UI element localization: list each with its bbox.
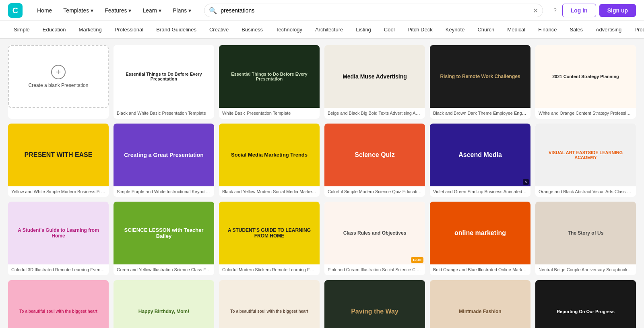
template-card[interactable]: online marketing ♡ ⋯ Bold Orange and Blu… bbox=[430, 202, 530, 275]
canva-logo[interactable]: C bbox=[8, 3, 23, 18]
more-button[interactable]: ⋯ bbox=[96, 283, 106, 293]
heart-button[interactable]: ♡ bbox=[506, 283, 516, 293]
heart-button[interactable]: ♡ bbox=[84, 126, 94, 136]
more-button[interactable]: ⋯ bbox=[307, 126, 317, 136]
filter-pitch-deck[interactable]: Pitch Deck bbox=[402, 25, 438, 34]
more-button[interactable]: ⋯ bbox=[201, 126, 212, 136]
more-button[interactable]: ⋯ bbox=[518, 126, 528, 136]
heart-button[interactable]: ♡ bbox=[84, 283, 94, 293]
more-button[interactable]: ⋯ bbox=[307, 283, 317, 293]
filter-marketing[interactable]: Marketing bbox=[73, 25, 107, 34]
template-card[interactable]: 2021 Content Strategy Planning ♡ ⋯ White… bbox=[535, 45, 636, 119]
more-button[interactable]: ⋯ bbox=[307, 204, 317, 215]
heart-button[interactable]: ♡ bbox=[189, 47, 200, 58]
template-card[interactable]: Happy Birthday, Mom! ♡ ⋯ Green and Cream… bbox=[114, 280, 214, 328]
heart-button[interactable]: ♡ bbox=[295, 47, 305, 58]
filter-listing[interactable]: Listing bbox=[350, 25, 377, 34]
template-card[interactable]: Reporting On Our Progress ♡ ⋯ Black and … bbox=[535, 280, 636, 328]
template-card[interactable]: Rising to Remote Work Challenges ♡ ⋯ Bla… bbox=[430, 45, 530, 119]
filter-cool[interactable]: Cool bbox=[378, 25, 400, 34]
heart-button[interactable]: ♡ bbox=[506, 204, 516, 215]
more-button[interactable]: ⋯ bbox=[518, 283, 528, 293]
more-button[interactable]: ⋯ bbox=[201, 204, 212, 215]
filter-advertising[interactable]: Advertising bbox=[590, 25, 627, 34]
template-card[interactable]: Science Quiz ♡ ⋯ Colorful Simple Modern … bbox=[324, 124, 425, 197]
template-card[interactable]: Media Muse Advertising ♡ ⋯ Beige and Bla… bbox=[324, 45, 425, 119]
heart-button[interactable]: ♡ bbox=[611, 47, 621, 58]
signup-button[interactable]: Sign up bbox=[599, 4, 636, 17]
heart-button[interactable]: ♡ bbox=[189, 126, 200, 136]
more-button[interactable]: ⋯ bbox=[623, 204, 634, 215]
more-button[interactable]: ⋯ bbox=[412, 126, 423, 136]
nav-features[interactable]: Features ▾ bbox=[100, 5, 136, 16]
template-card[interactable]: Mintmade Fashion ♡ ⋯ Brown and Orange Ne… bbox=[430, 280, 530, 328]
template-card[interactable]: PRESENT WITH EASE ♡ ⋯ Yellow and White S… bbox=[8, 124, 109, 197]
heart-button[interactable]: ♡ bbox=[295, 283, 305, 293]
more-button[interactable]: ⋯ bbox=[412, 204, 423, 215]
heart-button[interactable]: ♡ bbox=[400, 47, 411, 58]
heart-button[interactable]: ♡ bbox=[189, 204, 200, 215]
filter-keynote[interactable]: Keynote bbox=[440, 25, 471, 34]
template-card[interactable]: VISUAL ART EASTSIDE LEARNING ACADEMY ♡ ⋯… bbox=[535, 124, 636, 197]
more-button[interactable]: ⋯ bbox=[518, 47, 528, 58]
heart-button[interactable]: ♡ bbox=[400, 126, 411, 136]
template-card[interactable]: To a beautiful soul with the biggest hea… bbox=[219, 280, 320, 328]
template-card[interactable]: To a beautiful soul with the biggest hea… bbox=[8, 280, 109, 328]
heart-button[interactable]: ♡ bbox=[611, 204, 621, 215]
template-card[interactable]: Essential Things to Do Before Every Pres… bbox=[114, 45, 214, 119]
filter-brand-guidelines[interactable]: Brand Guidelines bbox=[151, 25, 202, 34]
more-button[interactable]: ⋯ bbox=[623, 283, 634, 293]
template-card[interactable]: Paving the Way ♡ ⋯ Green and Brown Accen… bbox=[324, 280, 425, 328]
filter-technology[interactable]: Technology bbox=[270, 25, 308, 34]
filter-church[interactable]: Church bbox=[472, 25, 500, 34]
more-button[interactable]: ⋯ bbox=[623, 126, 634, 136]
more-button[interactable]: ⋯ bbox=[96, 204, 106, 215]
login-button[interactable]: Log in bbox=[562, 4, 596, 17]
template-card[interactable]: Ascend Media 5 ♡ ⋯ Violet and Green Star… bbox=[430, 124, 530, 197]
template-card[interactable]: The Story of Us ♡ ⋯ Neutral Beige Couple… bbox=[535, 202, 636, 275]
filter-finance[interactable]: Finance bbox=[533, 25, 562, 34]
filter-professional[interactable]: Professional bbox=[109, 25, 149, 34]
nav-learn[interactable]: Learn ▾ bbox=[138, 5, 166, 16]
heart-button[interactable]: ♡ bbox=[611, 126, 621, 136]
close-icon[interactable]: ✕ bbox=[533, 6, 538, 14]
filter-business[interactable]: Business bbox=[236, 25, 268, 34]
more-button[interactable]: ⋯ bbox=[412, 283, 423, 293]
filter-medical[interactable]: Medical bbox=[502, 25, 531, 34]
nav-plans[interactable]: Plans ▾ bbox=[168, 5, 196, 16]
heart-button[interactable]: ♡ bbox=[400, 204, 411, 215]
heart-button[interactable]: ♡ bbox=[506, 47, 516, 58]
create-blank-card[interactable]: + Create a blank Presentation bbox=[8, 45, 109, 119]
heart-button[interactable]: ♡ bbox=[295, 126, 305, 136]
heart-button[interactable]: ♡ bbox=[400, 283, 411, 293]
search-input[interactable] bbox=[204, 4, 543, 17]
more-button[interactable]: ⋯ bbox=[201, 47, 212, 58]
nav-templates[interactable]: Templates ▾ bbox=[58, 5, 98, 16]
template-card[interactable]: SCIENCE LESSON with Teacher Bailey ♡ ⋯ G… bbox=[114, 202, 214, 275]
filter-architecture[interactable]: Architecture bbox=[310, 25, 349, 34]
filter-sales[interactable]: Sales bbox=[564, 25, 588, 34]
heart-button[interactable]: ♡ bbox=[506, 126, 516, 136]
filter-creative[interactable]: Creative bbox=[204, 25, 234, 34]
more-button[interactable]: ⋯ bbox=[518, 204, 528, 215]
heart-button[interactable]: ♡ bbox=[189, 283, 200, 293]
template-card[interactable]: Creating a Great Presentation ♡ ⋯ Simple… bbox=[114, 124, 214, 197]
nav-home[interactable]: Home bbox=[32, 5, 57, 16]
more-button[interactable]: ⋯ bbox=[412, 47, 423, 58]
filter-simple[interactable]: Simple bbox=[8, 25, 35, 34]
more-button[interactable]: ⋯ bbox=[96, 126, 106, 136]
help-button[interactable]: ? bbox=[551, 5, 559, 16]
heart-button[interactable]: ♡ bbox=[84, 204, 94, 215]
template-card[interactable]: Social Media Marketing Trends ♡ ⋯ Black … bbox=[219, 124, 320, 197]
heart-button[interactable]: ♡ bbox=[611, 283, 621, 293]
more-button[interactable]: ⋯ bbox=[623, 47, 634, 58]
more-button[interactable]: ⋯ bbox=[201, 283, 212, 293]
template-card[interactable]: Essential Things to Do Before Every Pres… bbox=[219, 45, 320, 119]
filter-education[interactable]: Education bbox=[37, 25, 72, 34]
more-button[interactable]: ⋯ bbox=[307, 47, 317, 58]
template-card[interactable]: Class Rules and Objectives PAID ♡ ⋯ Pink… bbox=[324, 202, 425, 275]
template-card[interactable]: A STUDENT'S GUIDE TO LEARNING FROM HOME … bbox=[219, 202, 320, 275]
filter-product[interactable]: Product bbox=[629, 25, 644, 34]
heart-button[interactable]: ♡ bbox=[295, 204, 305, 215]
template-card[interactable]: A Student's Guide to Learning from Home … bbox=[8, 202, 109, 275]
